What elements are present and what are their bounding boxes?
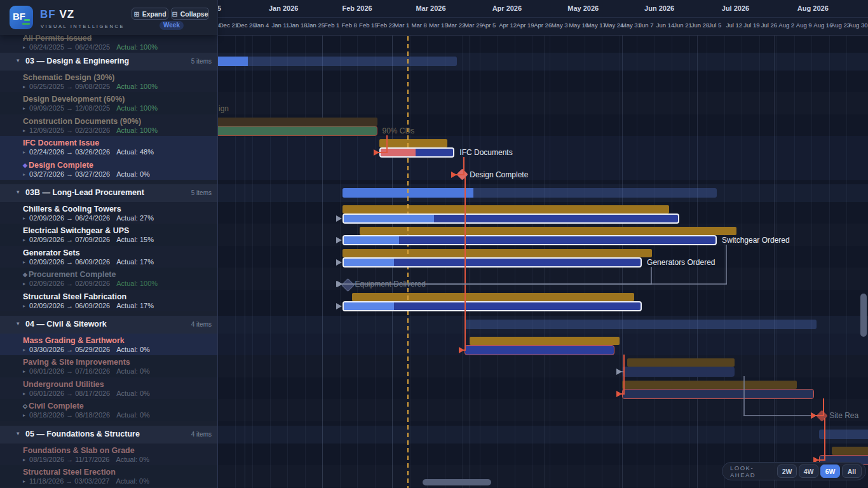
app-title: BF VZ [40,8,74,21]
task-row-generators[interactable]: Generator Sets▸02/09/2026 → 06/09/2026Ac… [0,246,217,268]
summary-bar[interactable] [342,188,717,198]
task-row-chillers[interactable]: Chillers & Cooling Towers▸02/09/2026 → 0… [0,202,217,224]
task-actual-percent: Actual: 100% [116,43,158,51]
task-dates: ▸06/24/2025 → 06/24/2025Actual: 100% [23,43,158,51]
lookahead-6w-button[interactable]: 6W [820,464,840,478]
expand-all-button[interactable]: ⊞Expand [132,8,168,20]
task-actual-percent: Actual: 0% [116,477,149,485]
lookahead-4w-button[interactable]: 4W [799,464,818,478]
dependency-line [623,355,625,394]
task-title: Schematic Design (30%) [23,73,115,82]
dependency-line [465,177,466,350]
task-title: Mass Grading & Earthwork [23,336,125,345]
task-row-underground[interactable]: Underground Utilities▸06/01/2026 → 08/17… [0,377,217,399]
week-label: Apr 26 [534,22,552,29]
week-label: May 17 [587,22,606,29]
week-label: Mar 1 [394,22,409,29]
app-logo: BF [10,6,33,29]
task-row-paving[interactable]: Paving & Site Improvements▸06/01/2026 → … [0,355,217,377]
task-bar-steelfab[interactable] [342,301,642,311]
summary-bar[interactable] [217,57,457,66]
chart-row-band [217,268,868,289]
task-row-steelerection[interactable]: Structural Steel Erection▸11/18/2026 → 0… [0,465,217,487]
week-label: Jun 14 [656,22,675,29]
vertical-scrollbar-thumb[interactable] [860,294,867,337]
task-title: Underground Utilities [23,380,104,389]
time-scale-badge[interactable]: Week [159,21,184,30]
week-label: Jul 19 [743,22,759,29]
section-row-s03b[interactable]: ▾03B — Long-Lead Procurement5 items [0,184,217,202]
row-bullet-icon: ▸ [23,105,25,111]
chevron-down-icon[interactable]: ▾ [17,430,20,437]
task-actual-percent: Actual: 0% [116,367,150,375]
chevron-down-icon[interactable]: ▾ [17,320,20,327]
horizontal-scrollbar-thumb[interactable] [423,479,491,485]
task-row-switchgear[interactable]: Electrical Switchgear & UPS▸02/09/2026 →… [0,224,217,245]
bar-label-cd: 90% CDs [383,126,415,136]
bar-label-designdev: ign [219,104,229,114]
task-bar-massgrading[interactable] [465,345,614,355]
summary-bar[interactable] [819,430,868,439]
task-title: IFC Document Issue [23,139,99,147]
month-label: Apr 2026 [492,4,522,12]
dependency-arrow [336,215,345,222]
summary-bar[interactable] [465,320,817,329]
task-row-foundations[interactable]: Foundations & Slab on Grade▸08/19/2026 →… [0,444,217,465]
task-title: Foundations & Slab on Grade [23,446,135,455]
section-row-s03[interactable]: ▾03 — Design & Engineering5 items [0,53,217,71]
task-bar-chillers[interactable] [342,214,680,224]
task-row-schematic[interactable]: Schematic Design (30%)▸06/25/2025 → 09/0… [0,71,217,92]
row-bullet-icon: ▸ [23,478,25,484]
week-label: Feb 15 [359,22,378,29]
chart-row-band [217,92,868,114]
lookahead-label: LOOK-AHEAD [730,464,770,478]
section-title: 04 — Civil & Sitework [25,320,107,329]
dependency-line [743,415,813,416]
week-label: Aug 23 [831,22,850,29]
row-bullet-icon: ▸ [23,281,25,287]
task-row-steelfab[interactable]: Structural Steel Fabrication▸02/09/2026 … [0,290,217,311]
collapse-all-button[interactable]: ⊟Collapse [171,8,209,20]
task-row-massgrading[interactable]: Mass Grading & Earthwork▸03/30/2026 → 05… [0,334,217,355]
task-title: ◇Civil Complete [23,402,84,410]
app-subtitle: VISUAL INTELLIGENCE [41,24,125,29]
task-bar-progress [344,236,400,244]
task-actual-percent: Actual: 27% [116,214,154,222]
chevron-down-icon[interactable]: ▾ [17,57,20,64]
baseline-bar [342,205,670,214]
logo-accent-bar [22,23,30,25]
task-bar-underground[interactable] [622,389,815,399]
row-bullet-icon: ▸ [23,44,25,50]
lookahead-2w-button[interactable]: 2W [777,464,797,478]
section-row-s04[interactable]: ▾04 — Civil & Sitework4 items [0,316,217,334]
task-row-ifc[interactable]: IFC Document Issue▸02/24/2026 → 03/26/20… [0,136,217,158]
task-row-cc[interactable]: ◇Civil Complete▸08/18/2026 → 08/18/2026A… [0,399,217,421]
dependency-arrow [336,237,345,243]
row-bullet-icon: ▸ [23,412,25,418]
week-label: Feb 22 [377,22,396,29]
task-bar-generators[interactable] [342,257,642,268]
chart-row-band [217,136,868,158]
task-title: ◆Procurement Complete [23,270,116,279]
task-row-designdev[interactable]: Design Development (60%)▸09/09/2025 → 12… [0,92,217,114]
bar-label-dc: Design Complete [470,170,528,180]
bar-label-cc: Site Rea [829,410,858,421]
row-bullet-icon: ▸ [23,303,25,309]
month-label: Aug 2026 [797,4,829,12]
task-bar-ifc[interactable] [379,147,454,158]
lookahead-all-button[interactable]: All [842,464,862,478]
task-bar-cd[interactable] [217,126,377,136]
section-row-s05[interactable]: ▾05 — Foundations & Structure4 items [0,426,217,444]
task-bar-paving[interactable] [622,367,735,377]
month-label: Jul 2026 [722,4,749,12]
row-bullet-icon: ▸ [23,369,25,374]
task-row-cd[interactable]: Construction Documents (90%)▸12/09/2025 … [0,114,217,136]
task-row-dc[interactable]: ◆Design Complete▸03/27/2026 → 03/27/2026… [0,158,217,180]
row-bullet-icon: ▸ [23,391,25,396]
task-dates: ▸06/01/2026 → 08/17/2026Actual: 0% [23,390,150,397]
chevron-down-icon[interactable]: ▾ [17,189,20,195]
task-row-pc[interactable]: ◆Procurement Complete▸02/09/2026 → 02/09… [0,268,217,289]
week-label: Jun 7 [639,22,653,29]
week-label: May 3 [552,22,568,29]
task-bar-switchgear[interactable] [342,235,717,245]
